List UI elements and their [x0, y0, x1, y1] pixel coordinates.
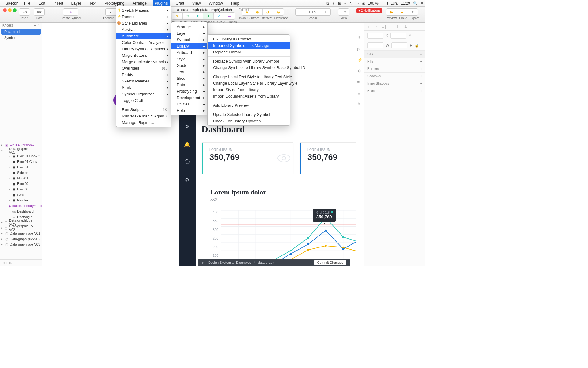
layer-row[interactable]: ▸▣bloc-01 — [0, 175, 42, 181]
menu-item[interactable]: Automate▸ — [116, 33, 171, 39]
flatten-button[interactable]: ▬ — [224, 13, 235, 19]
menu-item[interactable]: Layer▸ — [171, 30, 207, 36]
zoom-out-button[interactable]: − — [296, 9, 306, 15]
export-button[interactable]: ⇧ — [407, 9, 418, 15]
layer-row[interactable]: ▸▣Bloc 01 Copy 2 — [0, 153, 42, 159]
menu-item[interactable]: Run Script…⌃⇧K — [116, 106, 171, 113]
align-center-icon[interactable]: ⫯ — [374, 24, 379, 29]
cloud-button[interactable]: ☁ — [397, 9, 407, 15]
menu-item[interactable]: Paddy▸ — [116, 71, 171, 78]
mask-button[interactable]: ◐ — [193, 13, 203, 19]
menu-item[interactable]: Color Contrast Analyser — [116, 39, 171, 46]
layer-row[interactable]: ▸▣Graph — [0, 192, 42, 197]
edit-button[interactable]: ✎ — [172, 13, 183, 19]
menu-item[interactable]: Artboard▸ — [171, 49, 207, 56]
add-shadow-icon[interactable]: + — [420, 75, 422, 78]
page-item[interactable]: Data-graph — [1, 29, 41, 35]
shadows-label[interactable]: Shadows — [368, 75, 381, 78]
menu-icon[interactable]: ≡ — [421, 1, 423, 6]
rectangle-button[interactable]: ■ — [203, 13, 214, 19]
menu-item[interactable]: Library▸ — [171, 43, 207, 49]
menu-item[interactable]: 🎨Style Libraries▸ — [116, 20, 171, 26]
breadcrumb-a[interactable]: Design System UI Examples — [208, 261, 251, 264]
style-header[interactable]: STYLE — [368, 52, 378, 56]
filter-input[interactable]: ⊙ Filter — [0, 259, 42, 266]
menu-layer[interactable]: Layer — [70, 0, 83, 6]
align-bot-icon[interactable]: ⊥ — [403, 24, 409, 29]
menu-item[interactable]: ✨Sketch Material▸ — [116, 7, 171, 13]
menu-item[interactable]: Overrideit⌘J — [116, 65, 171, 71]
menu-window[interactable]: Window — [207, 0, 225, 6]
menu-item[interactable]: Sketch Palettes▸ — [116, 78, 171, 84]
doc-name[interactable]: data-graph (data-graph).sketch — [181, 8, 232, 12]
menu-item[interactable]: Style▸ — [171, 56, 207, 62]
app-icon[interactable]: ⊞ — [338, 1, 341, 6]
layer-row[interactable]: ▸▣Bloc 01 Copy — [0, 159, 42, 164]
menu-item[interactable]: Magic Buttons▸ — [116, 52, 171, 59]
menu-item[interactable]: Imported Symbols Link Manage — [208, 42, 290, 49]
menu-item[interactable]: Fix Library ID Conflict — [208, 36, 290, 42]
menu-item[interactable]: Import Styles from Library — [208, 86, 290, 93]
x-field[interactable] — [368, 33, 383, 39]
wifi-icon[interactable]: ◉ — [362, 1, 365, 6]
fills-label[interactable]: Fills — [368, 60, 373, 63]
zoom-in-button[interactable]: + — [320, 9, 330, 15]
add-fill-icon[interactable]: + — [420, 60, 422, 63]
menu-item[interactable]: Change Symbols to Library Symbol Base Sy… — [208, 64, 290, 71]
menu-item[interactable]: Library Symbol Replacer▸ — [116, 46, 171, 52]
subtract-button[interactable]: ◐ — [252, 9, 263, 15]
menu-item[interactable]: Merge duplicate symbols▸ — [116, 59, 171, 65]
add-inner-icon[interactable]: + — [420, 82, 422, 85]
add-border-icon[interactable]: + — [420, 67, 422, 71]
menu-item[interactable]: Prototyping▸ — [171, 88, 207, 94]
menu-item[interactable]: Manage Plugins… — [116, 119, 171, 126]
play-icon[interactable]: ▷ — [357, 47, 363, 52]
menu-item[interactable]: Run 'Make magic' Again⌃⇧R — [116, 113, 171, 119]
align-mid-icon[interactable]: ⊢ — [396, 24, 401, 29]
y-field[interactable] — [390, 33, 406, 39]
sync-icon[interactable]: ↻ — [349, 1, 352, 6]
borders-label[interactable]: Borders — [368, 67, 379, 71]
menu-item[interactable]: Update Selected Library Symbol — [208, 111, 290, 118]
menu-item[interactable]: Text▸ — [171, 69, 207, 75]
scale-button[interactable]: ⤢ — [214, 13, 224, 19]
layer-row[interactable]: ▸▢Data-graphique-V02-… — [0, 225, 42, 231]
menu-item[interactable]: Toggle Craft — [116, 97, 171, 104]
menu-insert[interactable]: Insert — [51, 0, 65, 6]
w-field[interactable] — [368, 42, 383, 48]
insert-button[interactable]: ＋▾ — [19, 9, 30, 15]
menu-craft[interactable]: Craft — [174, 0, 186, 6]
grid-icon[interactable]: ⊞ — [357, 91, 363, 96]
menu-item[interactable]: Change Local Layer Style to Library Laye… — [208, 80, 290, 86]
page-item[interactable]: Symbols — [0, 35, 42, 41]
menu-file[interactable]: File — [22, 0, 32, 6]
zoom-value[interactable]: 100% — [306, 9, 320, 15]
app-icon[interactable]: ✳ — [332, 1, 335, 6]
menu-item[interactable]: Replace Library — [208, 49, 290, 55]
layer-row[interactable]: ▸▢Data-graphique-V02 — [0, 236, 42, 242]
menu-item[interactable]: Arrange▸ — [171, 24, 207, 30]
dropbox-icon[interactable]: ⧉ — [326, 1, 329, 6]
menu-item[interactable]: Utilities▸ — [171, 101, 207, 107]
menu-edit[interactable]: Edit — [37, 0, 47, 6]
add-page-icon[interactable]: + — [34, 24, 36, 27]
export-icon[interactable]: ⇪ — [357, 36, 363, 41]
layer-row[interactable]: ◈button/primary/medi… — [0, 203, 42, 209]
maximize-window-icon[interactable] — [13, 8, 17, 12]
list-icon[interactable]: ≡ — [357, 80, 363, 85]
menu-view[interactable]: View — [190, 0, 203, 6]
display-icon[interactable]: ▭ — [356, 1, 359, 6]
menu-item[interactable]: Check For Library Updates — [208, 118, 290, 124]
data-button[interactable]: ⊞▾ — [34, 9, 44, 15]
menu-item[interactable]: Guide▸ — [171, 62, 207, 69]
blurs-label[interactable]: Blurs — [368, 89, 375, 93]
layer-row[interactable]: ▸▣Side bar — [0, 170, 42, 175]
align-top-icon[interactable]: ⊤ — [388, 24, 394, 29]
menu-item[interactable]: Data▸ — [171, 82, 207, 88]
forward-button[interactable]: ▲ — [106, 9, 116, 15]
layer-row[interactable]: ▸▢Data-graphique-V01 — [0, 231, 42, 236]
menu-item[interactable]: Change Local Text Style to Library Text … — [208, 74, 290, 80]
layer-row[interactable]: ▸▣Bloc-02 — [0, 181, 42, 186]
inner-label[interactable]: Inner Shadows — [368, 82, 389, 85]
layer-row[interactable]: ▸▣Bloc 01 — [0, 164, 42, 170]
